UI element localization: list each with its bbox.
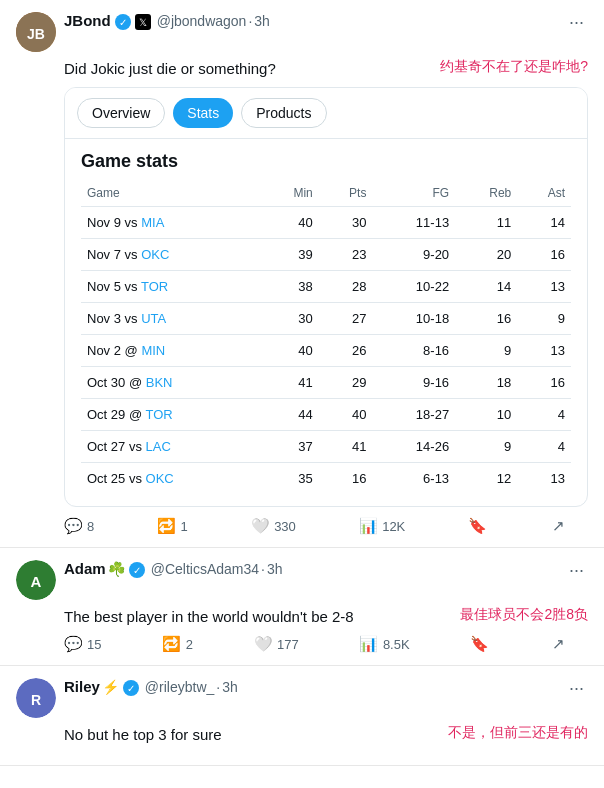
views-icon: 📊 (360, 635, 378, 653)
game-cell: Nov 2 @ MIN (81, 335, 261, 367)
display-name: JBond (64, 12, 111, 29)
ast-cell: 4 (517, 431, 571, 463)
more-button[interactable]: ··· (565, 678, 588, 699)
svg-text:JB: JB (27, 26, 45, 42)
tweet-meta: Adam ☘️ @CelticsAdam34 · 3h (64, 560, 557, 577)
tweet-text: Did Jokic just die or something? (64, 58, 276, 79)
avatar: R (16, 678, 56, 718)
game-cell: Nov 7 vs OKC (81, 239, 261, 271)
reb-cell: 9 (455, 431, 517, 463)
team-link[interactable]: OKC (146, 471, 174, 486)
bookmark-action[interactable]: 🔖 (469, 517, 487, 535)
share-icon: ↗ (550, 517, 568, 535)
ast-cell: 13 (517, 271, 571, 303)
table-header-row: Game Min Pts FG Reb Ast (81, 182, 571, 207)
retweet-icon: 🔁 (158, 517, 176, 535)
like-action[interactable]: 🤍 330 (251, 517, 296, 535)
verified-icon (129, 562, 145, 578)
table-row: Oct 27 vs LAC374114-2694 (81, 431, 571, 463)
ast-cell: 13 (517, 463, 571, 495)
stats-content: Game stats Game Min Pts FG Reb Ast Nov 9… (65, 139, 587, 506)
views-count: 8.5K (383, 637, 410, 652)
views-count: 12K (382, 519, 405, 534)
more-button[interactable]: ··· (565, 12, 588, 33)
team-link[interactable]: BKN (146, 375, 173, 390)
retweet-action[interactable]: 🔁 1 (158, 517, 188, 535)
share-action[interactable]: ↗ (550, 517, 568, 535)
username: @CelticsAdam34 (151, 561, 259, 577)
ast-cell: 16 (517, 239, 571, 271)
user-emoji: ⚡ (102, 679, 119, 695)
min-cell: 30 (261, 303, 318, 335)
table-row: Nov 9 vs MIA403011-131114 (81, 207, 571, 239)
min-cell: 35 (261, 463, 318, 495)
stats-title: Game stats (81, 151, 571, 172)
pts-cell: 26 (319, 335, 373, 367)
views-action[interactable]: 📊 8.5K (360, 635, 410, 653)
team-link[interactable]: OKC (141, 247, 169, 262)
tweet-text-row: The best player in the world wouldn't be… (64, 606, 588, 627)
like-action[interactable]: 🤍 177 (254, 635, 299, 653)
pts-cell: 23 (319, 239, 373, 271)
tweet-time: 3h (222, 679, 238, 695)
views-icon: 📊 (359, 517, 377, 535)
team-link[interactable]: MIN (141, 343, 165, 358)
stats-card: Overview Stats Products Game stats Game … (64, 87, 588, 507)
team-link[interactable]: LAC (146, 439, 171, 454)
reply-icon: 💬 (64, 517, 82, 535)
table-row: Oct 29 @ TOR444018-27104 (81, 399, 571, 431)
fg-cell: 9-20 (372, 239, 455, 271)
avatar: A (16, 560, 56, 600)
team-link[interactable]: TOR (141, 279, 168, 294)
retweet-icon: 🔁 (163, 635, 181, 653)
reply-action[interactable]: 💬 8 (64, 517, 94, 535)
table-row: Oct 25 vs OKC35166-131213 (81, 463, 571, 495)
retweet-action[interactable]: 🔁 2 (163, 635, 193, 653)
reb-cell: 9 (455, 335, 517, 367)
game-cell: Oct 25 vs OKC (81, 463, 261, 495)
pts-cell: 41 (319, 431, 373, 463)
ast-cell: 13 (517, 335, 571, 367)
reb-cell: 10 (455, 399, 517, 431)
tweet-annotation: 最佳球员不会2胜8负 (460, 606, 588, 624)
heart-icon: 🤍 (254, 635, 272, 653)
views-action[interactable]: 📊 12K (359, 517, 405, 535)
game-cell: Oct 29 @ TOR (81, 399, 261, 431)
tweet-actions: 💬 8 🔁 1 🤍 330 📊 12K 🔖 ↗ (64, 517, 588, 535)
tweet-annotation: 约基奇不在了还是咋地? (440, 58, 588, 76)
reb-cell: 11 (455, 207, 517, 239)
game-cell: Oct 27 vs LAC (81, 431, 261, 463)
reply-icon: 💬 (64, 635, 82, 653)
share-action[interactable]: ↗ (550, 635, 568, 653)
reply-count: 8 (87, 519, 94, 534)
tab-products[interactable]: Products (241, 98, 326, 128)
min-cell: 41 (261, 367, 318, 399)
fg-cell: 8-16 (372, 335, 455, 367)
min-cell: 40 (261, 207, 318, 239)
team-link[interactable]: TOR (145, 407, 172, 422)
riley-tweet: R Riley ⚡ @rileybtw_ · 3h ··· No but he … (0, 666, 604, 766)
display-name: Adam (64, 560, 106, 577)
tab-stats[interactable]: Stats (173, 98, 233, 128)
team-link[interactable]: UTA (141, 311, 166, 326)
col-reb: Reb (455, 182, 517, 207)
team-link[interactable]: MIA (141, 215, 164, 230)
more-button[interactable]: ··· (565, 560, 588, 581)
fg-cell: 11-13 (372, 207, 455, 239)
pts-cell: 29 (319, 367, 373, 399)
avatar: JB (16, 12, 56, 52)
tweet-time: 3h (254, 13, 270, 29)
fg-cell: 9-16 (372, 367, 455, 399)
display-name: Riley (64, 678, 100, 695)
fg-cell: 10-18 (372, 303, 455, 335)
reb-cell: 14 (455, 271, 517, 303)
share-icon: ↗ (550, 635, 568, 653)
table-row: Nov 7 vs OKC39239-202016 (81, 239, 571, 271)
ast-cell: 14 (517, 207, 571, 239)
tweet-meta: JBond 𝕏 @jbondwagon · 3h (64, 12, 557, 29)
reply-action[interactable]: 💬 15 (64, 635, 101, 653)
fg-cell: 6-13 (372, 463, 455, 495)
tab-overview[interactable]: Overview (77, 98, 165, 128)
bookmark-action[interactable]: 🔖 (471, 635, 489, 653)
username: @rileybtw_ (145, 679, 214, 695)
